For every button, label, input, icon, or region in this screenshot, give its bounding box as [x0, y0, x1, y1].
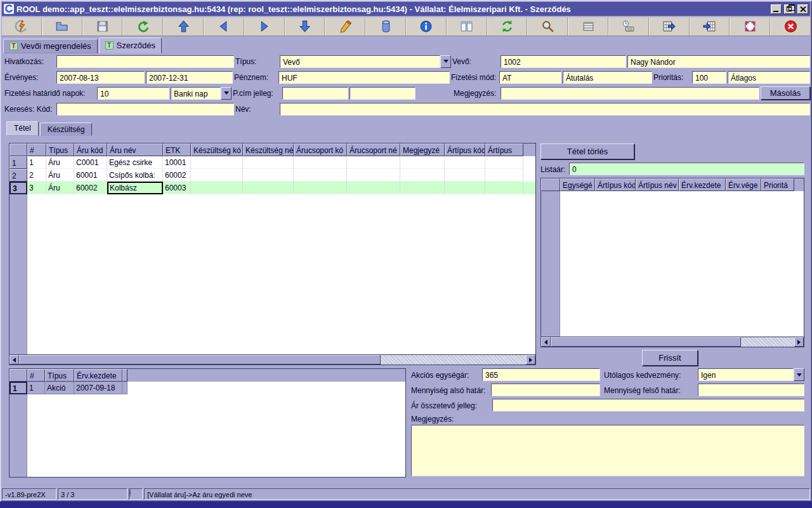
column-header[interactable]: Ártípus név [636, 178, 679, 191]
mennyiseg-also-field[interactable] [491, 384, 600, 396]
grid-cell[interactable]: Áru [46, 182, 74, 194]
fizetesi-mod-code-field[interactable]: AT [499, 71, 561, 84]
grid-cell[interactable]: Áru [46, 169, 74, 182]
hatarido-mode-value[interactable]: Banki nap [171, 87, 221, 100]
mennyiseg-felso-field[interactable] [698, 384, 804, 396]
ervenyes-from-field[interactable]: 2007-08-13 [56, 71, 145, 84]
grid-cell[interactable]: 60002 [74, 182, 107, 194]
frissit-button[interactable]: Frissít [642, 350, 698, 366]
toolbar-button-import[interactable] [690, 17, 730, 36]
column-header[interactable]: # [27, 369, 45, 382]
toolbar-button-next-record[interactable] [244, 17, 285, 36]
grid-cell[interactable] [294, 156, 347, 169]
items-grid[interactable]: #TípusÁru kódÁru névETKKészültség kóKész… [9, 143, 536, 365]
grid-cell[interactable]: Kolbász [107, 182, 163, 194]
row-number[interactable]: 3 [10, 182, 27, 194]
scroll-right-button[interactable] [526, 355, 535, 364]
grid-cell[interactable] [347, 169, 400, 182]
megjegyzes-field[interactable] [501, 87, 759, 100]
row-number[interactable]: 1 [10, 156, 27, 169]
grid-cell[interactable] [445, 169, 485, 182]
pcim-jelleg-field-1[interactable] [282, 87, 348, 100]
table-row[interactable]: 33Áru60002Kolbász60003 [10, 182, 535, 194]
tab-tetel[interactable]: Tétel [6, 121, 39, 136]
column-header[interactable]: Ártípus kód [595, 178, 636, 191]
grid-cell[interactable] [347, 156, 400, 169]
grid-cell[interactable]: Akció [45, 382, 74, 394]
promotions-grid[interactable]: #TípusÉrv.kezdete11Akció2007-09-18 [9, 368, 406, 478]
vevo-name-field[interactable]: Nagy Nándor [627, 55, 810, 68]
toolbar-button-search[interactable] [527, 17, 568, 36]
toolbar-button-data[interactable] [365, 17, 406, 36]
toolbar-button-save[interactable] [82, 17, 123, 36]
column-header[interactable]: Ártípus [485, 144, 523, 156]
toolbar-button-previous-record[interactable] [204, 17, 244, 36]
grid-cell[interactable]: C0001 [74, 156, 107, 169]
column-header[interactable]: Készültség né [243, 144, 294, 156]
ervenyes-to-field[interactable]: 2007-12-31 [146, 71, 233, 84]
toolbar-button-fullscreen[interactable] [730, 17, 770, 36]
grid-cell[interactable]: 3 [27, 182, 46, 194]
grid-cell[interactable]: 60002 [163, 169, 191, 182]
grid-cell[interactable] [122, 382, 128, 394]
grid-cell[interactable]: 1 [27, 382, 45, 394]
tab-szerzodes[interactable]: T Szerződés [99, 37, 162, 53]
column-header[interactable]: Áru név [107, 144, 163, 156]
table-row[interactable]: 11ÁruC0001Egész csirke10001 [10, 156, 535, 169]
column-header[interactable]: Megjegyzé [400, 144, 445, 156]
minimize-button[interactable] [771, 4, 782, 14]
grid-cell[interactable] [445, 156, 485, 169]
grid-cell[interactable] [485, 156, 523, 169]
scrollbar-track[interactable] [381, 355, 526, 364]
toolbar-button-last-record[interactable] [285, 17, 325, 36]
row-number[interactable]: 1 [10, 382, 27, 394]
column-header[interactable]: Prioritá [761, 178, 794, 191]
scroll-left-button[interactable] [541, 337, 551, 347]
vevo-code-field[interactable]: 1002 [501, 55, 626, 68]
grid-cell[interactable] [294, 182, 347, 194]
grid-cell[interactable]: Áru [46, 156, 74, 169]
column-header[interactable]: Készültség kó [191, 144, 243, 156]
column-header[interactable]: Áru kód [74, 144, 107, 156]
toolbar-button-refresh[interactable] [487, 17, 528, 36]
grid-cell[interactable]: 2 [27, 169, 46, 182]
grid-cell[interactable]: Egész csirke [107, 156, 163, 169]
grid-cell[interactable] [191, 182, 243, 194]
grid-cell[interactable] [485, 169, 523, 182]
grid-cell[interactable] [347, 182, 400, 194]
kereses-kod-field[interactable] [56, 103, 234, 116]
row-number[interactable]: 2 [10, 169, 27, 182]
column-header[interactable]: Ártípus kód [445, 144, 485, 156]
table-row[interactable]: 22Áru60001Csípős kolbá:60002 [10, 169, 535, 182]
grid-cell[interactable]: 2007-09-18 [74, 382, 122, 394]
grid-cell[interactable]: 1 [27, 156, 46, 169]
column-header[interactable]: Árucsoport né [347, 144, 400, 156]
grid-cell[interactable] [400, 169, 445, 182]
column-header[interactable]: Érv.kezdete [679, 178, 726, 191]
ar-osszetevo-field[interactable] [492, 399, 804, 411]
scrollbar-thumb[interactable] [551, 337, 741, 347]
fizetesi-hatarido-field[interactable]: 10 [97, 87, 169, 100]
grid-cell[interactable] [243, 169, 294, 182]
scrollbar-thumb[interactable] [19, 355, 381, 364]
fizetesi-mod-name-field[interactable]: Átutalás [563, 71, 652, 84]
grid-cell[interactable]: 10001 [163, 156, 191, 169]
hatarido-dropdown-button[interactable] [221, 87, 232, 100]
toolbar-button-info[interactable] [406, 17, 447, 36]
horizontal-scrollbar[interactable] [541, 337, 804, 347]
grid-cell[interactable]: Csípős kolbá: [107, 169, 163, 182]
column-header[interactable]: Típus [45, 369, 74, 382]
column-header[interactable]: Típus [46, 144, 74, 156]
grid-cell[interactable] [243, 156, 294, 169]
toolbar-button-rows[interactable] [568, 17, 608, 36]
grid-cell[interactable] [243, 182, 294, 194]
tetel-torles-button[interactable]: Tétel törlés [540, 144, 634, 159]
toolbar-button-exit[interactable] [770, 17, 810, 36]
utolagos-dropdown-button[interactable] [794, 368, 804, 381]
column-header[interactable] [122, 369, 128, 382]
tipus-combobox[interactable]: Vevő [280, 55, 451, 68]
grid-cell[interactable] [191, 169, 243, 182]
masolas-button[interactable]: Másolás [761, 86, 810, 100]
column-header[interactable]: Egységé [560, 178, 595, 191]
grid-cell[interactable] [191, 156, 243, 169]
